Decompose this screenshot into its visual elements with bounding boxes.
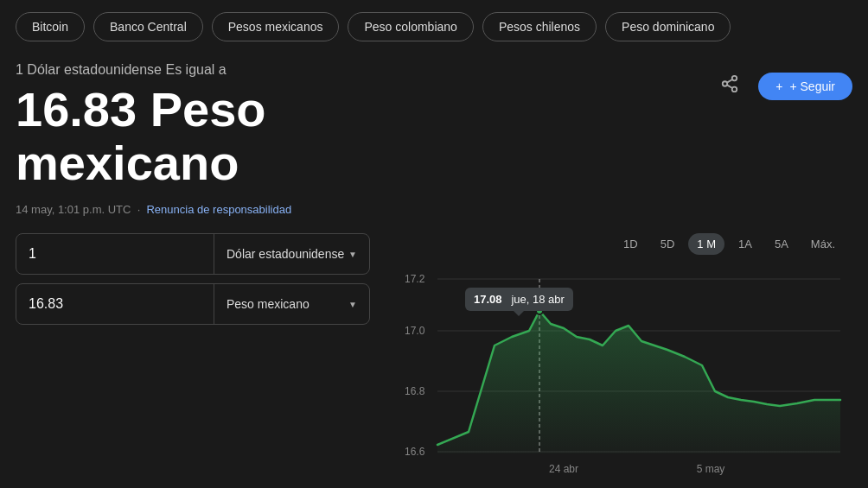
y-label-2: 17.0 bbox=[405, 325, 425, 337]
chevron-down-icon: ▼ bbox=[348, 250, 357, 259]
converter-to-currency: Peso mexicano bbox=[227, 297, 310, 311]
converter-from-select[interactable]: Dólar estadounidense ▼ bbox=[214, 235, 369, 273]
pill-peso-dominicano[interactable]: Peso dominicano bbox=[605, 12, 731, 41]
y-label-1: 17.2 bbox=[405, 273, 425, 285]
chart-container: 17.08 jue, 18 abr 17.2 17.0 16.8 16.6 bbox=[396, 263, 852, 488]
converter-from-box: Dólar estadounidense ▼ bbox=[16, 233, 370, 275]
left-info: 1 Dólar estadounidense Es igual a 16.83 … bbox=[16, 62, 291, 233]
follow-label: + Seguir bbox=[789, 79, 835, 93]
header-area: 1 Dólar estadounidense Es igual a 16.83 … bbox=[0, 54, 868, 233]
tab-max[interactable]: Máx. bbox=[802, 233, 844, 255]
converter-from-currency: Dólar estadounidense bbox=[227, 247, 344, 261]
rate-line2: mexicano bbox=[16, 136, 239, 190]
plus-icon: + bbox=[775, 79, 782, 93]
pills-row: Bitcoin Banco Central Pesos mexicanos Pe… bbox=[0, 0, 868, 54]
share-icon bbox=[720, 78, 739, 97]
big-rate: 16.83 Peso mexicano bbox=[16, 83, 291, 189]
x-label-2: 5 may bbox=[697, 463, 725, 475]
svg-point-2 bbox=[732, 87, 737, 92]
right-actions: + + Seguir bbox=[715, 62, 852, 103]
tab-1d[interactable]: 1D bbox=[615, 233, 647, 255]
chart-tooltip: 17.08 jue, 18 abr bbox=[465, 288, 573, 311]
left-panel: Dólar estadounidense ▼ Peso mexicano ▼ bbox=[16, 233, 396, 488]
converter-to-select[interactable]: Peso mexicano ▼ bbox=[214, 285, 369, 323]
y-label-3: 16.8 bbox=[405, 385, 425, 397]
tab-5a[interactable]: 5A bbox=[766, 233, 797, 255]
pill-pesos-chilenos[interactable]: Pesos chilenos bbox=[482, 12, 597, 41]
right-panel: 1D 5D 1 M 1A 5A Máx. 17.08 jue, 18 abr 1… bbox=[396, 233, 852, 488]
pill-peso-colombiano[interactable]: Peso colombiano bbox=[348, 12, 473, 41]
svg-point-0 bbox=[732, 76, 737, 81]
share-button[interactable] bbox=[715, 69, 744, 103]
pill-banco-central[interactable]: Banco Central bbox=[93, 12, 203, 41]
pill-pesos-mexicanos[interactable]: Pesos mexicanos bbox=[212, 12, 340, 41]
svg-line-3 bbox=[727, 85, 732, 88]
converter-to-box: Peso mexicano ▼ bbox=[16, 283, 370, 325]
tab-1m[interactable]: 1 M bbox=[688, 233, 724, 255]
timestamp: 14 may, 1:01 p.m. UTC · Renuncia de resp… bbox=[16, 203, 291, 216]
tab-1a[interactable]: 1A bbox=[730, 233, 761, 255]
svg-point-1 bbox=[723, 81, 728, 86]
time-tabs: 1D 5D 1 M 1A 5A Máx. bbox=[396, 233, 852, 255]
tab-5d[interactable]: 5D bbox=[652, 233, 684, 255]
pill-bitcoin[interactable]: Bitcoin bbox=[16, 12, 85, 41]
chevron-down-icon-2: ▼ bbox=[348, 300, 357, 309]
disclaimer-link[interactable]: Renuncia de responsabilidad bbox=[146, 203, 291, 216]
main-content: Dólar estadounidense ▼ Peso mexicano ▼ 1… bbox=[0, 233, 868, 488]
tooltip-rate: 17.08 bbox=[474, 293, 502, 306]
converter-to-input[interactable] bbox=[16, 284, 214, 324]
tooltip-date: jue, 18 abr bbox=[511, 293, 564, 306]
subtitle: 1 Dólar estadounidense Es igual a bbox=[16, 62, 291, 78]
converter-from-input[interactable] bbox=[16, 234, 214, 274]
y-label-4: 16.6 bbox=[405, 446, 425, 458]
follow-button[interactable]: + + Seguir bbox=[758, 73, 852, 100]
rate-line1: 16.83 Peso bbox=[16, 82, 266, 136]
x-label-1: 24 abr bbox=[549, 463, 578, 475]
svg-line-4 bbox=[727, 79, 732, 83]
